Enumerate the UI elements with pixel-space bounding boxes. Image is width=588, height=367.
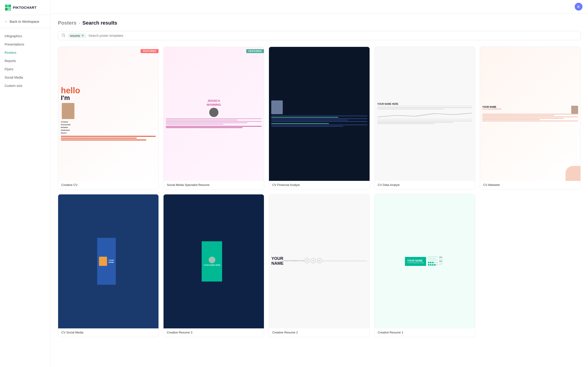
back-arrow-icon: ← xyxy=(5,20,8,24)
template-label-cv-marketer: CV Marketer xyxy=(480,181,580,189)
svg-rect-1 xyxy=(8,5,11,7)
template-card-creative-resume-3[interactable]: YOUR NAME HERE Creative Resume 3 xyxy=(163,194,264,337)
template-card-cv-marketer[interactable]: YOUR NAME FULL STACK MARKETER xyxy=(480,47,581,190)
top-bar: K xyxy=(50,0,588,14)
featured-badge-creative-cv: FEATURED xyxy=(140,49,158,53)
template-label-cv-social: CV Social Media xyxy=(58,328,158,337)
search-icon xyxy=(61,33,65,38)
svg-rect-2 xyxy=(5,8,8,11)
svg-rect-4 xyxy=(10,8,11,9)
sidebar-item-social-media[interactable]: Social Media xyxy=(0,73,50,82)
template-thumb-creative-resume-1: YOUR NAME YOUR WEBSITE.COM xyxy=(375,194,475,328)
search-input[interactable] xyxy=(89,34,577,37)
main-content: K Posters › Search results resume ✕ xyxy=(50,0,588,367)
template-label-creative-cv: Creative CV xyxy=(58,181,158,189)
app-logo: PIKTOCHART xyxy=(0,0,50,15)
template-card-creative-resume-2[interactable]: YOURNAME FROMYOURWEBSITE.COM xyxy=(269,194,370,337)
template-label-social-specialist: Social Media Specialist Resume xyxy=(163,181,264,189)
piktochart-logo-icon xyxy=(5,4,11,11)
svg-rect-0 xyxy=(5,5,8,7)
template-label-creative-resume-3: Creative Resume 3 xyxy=(163,328,264,337)
search-tag[interactable]: resume ✕ xyxy=(68,33,86,38)
breadcrumb-current: Search results xyxy=(82,20,117,26)
featured-badge-social-specialist: FEATURED xyxy=(246,49,264,53)
template-thumb-cv-marketer: YOUR NAME FULL STACK MARKETER xyxy=(480,47,580,181)
template-label-creative-resume-2: Creative Resume 2 xyxy=(269,328,369,337)
svg-line-8 xyxy=(64,36,65,37)
back-to-workspace-button[interactable]: ← Back to Workspace xyxy=(0,15,50,28)
sidebar: PIKTOCHART ← Back to Workspace Infograph… xyxy=(0,0,50,367)
template-label-creative-resume-1: Creative Resume 1 xyxy=(375,328,475,337)
template-card-social-specialist[interactable]: JESSICA MANNING FEATURED xyxy=(163,47,264,190)
breadcrumb-parent[interactable]: Posters xyxy=(58,20,76,26)
template-thumb-creative-resume-2: YOURNAME FROMYOURWEBSITE.COM xyxy=(269,194,369,328)
template-grid-row1: hello I'm Creative Passionate Reliable D… xyxy=(58,47,581,190)
template-thumb-cv-social: YOUR NAME xyxy=(58,194,158,328)
template-thumb-social-specialist: JESSICA MANNING FEATURED xyxy=(163,47,264,181)
template-thumb-creative-resume-3: YOUR NAME HERE xyxy=(163,194,264,328)
breadcrumb: Posters › Search results xyxy=(58,20,581,26)
search-tag-remove-button[interactable]: ✕ xyxy=(82,34,84,37)
svg-rect-3 xyxy=(8,8,9,9)
template-card-cv-data[interactable]: YOUR NAME HERE CV Data Analyst xyxy=(374,47,475,190)
template-thumb-creative-cv: hello I'm Creative Passionate Reliable D… xyxy=(58,47,158,181)
app-name: PIKTOCHART xyxy=(13,6,37,9)
template-card-cv-social[interactable]: YOUR NAME CV Social xyxy=(58,194,159,337)
sidebar-item-presentations[interactable]: Presentations xyxy=(0,40,50,49)
sidebar-nav: Infographics Presentations Posters Repor… xyxy=(0,28,50,93)
template-thumb-cv-data: YOUR NAME HERE xyxy=(375,47,475,181)
content-area: Posters › Search results resume ✕ xyxy=(50,14,588,343)
svg-rect-5 xyxy=(8,9,9,11)
svg-rect-6 xyxy=(10,9,11,11)
template-card-cv-financial[interactable]: CV Financial Analyst xyxy=(269,47,370,190)
sidebar-item-reports[interactable]: Reports xyxy=(0,57,50,65)
template-label-cv-data: CV Data Analyst xyxy=(375,181,475,189)
sidebar-item-infographics[interactable]: Infographics xyxy=(0,32,50,40)
sidebar-item-posters[interactable]: Posters xyxy=(0,49,50,57)
breadcrumb-separator: › xyxy=(79,21,80,25)
template-grid-row2: YOUR NAME CV Social xyxy=(58,194,581,337)
template-thumb-cv-financial xyxy=(269,47,369,181)
template-card-creative-cv[interactable]: hello I'm Creative Passionate Reliable D… xyxy=(58,47,159,190)
sidebar-item-custom-size[interactable]: Custom size xyxy=(0,82,50,90)
search-tag-text: resume xyxy=(70,34,80,37)
user-avatar[interactable]: K xyxy=(575,3,582,11)
back-to-workspace-label: Back to Workspace xyxy=(10,19,39,24)
template-card-creative-resume-1[interactable]: YOUR NAME YOUR WEBSITE.COM xyxy=(374,194,475,337)
search-bar: resume ✕ xyxy=(58,31,581,40)
template-label-cv-financial: CV Financial Analyst xyxy=(269,181,369,189)
sidebar-item-flyers[interactable]: Flyers xyxy=(0,65,50,73)
